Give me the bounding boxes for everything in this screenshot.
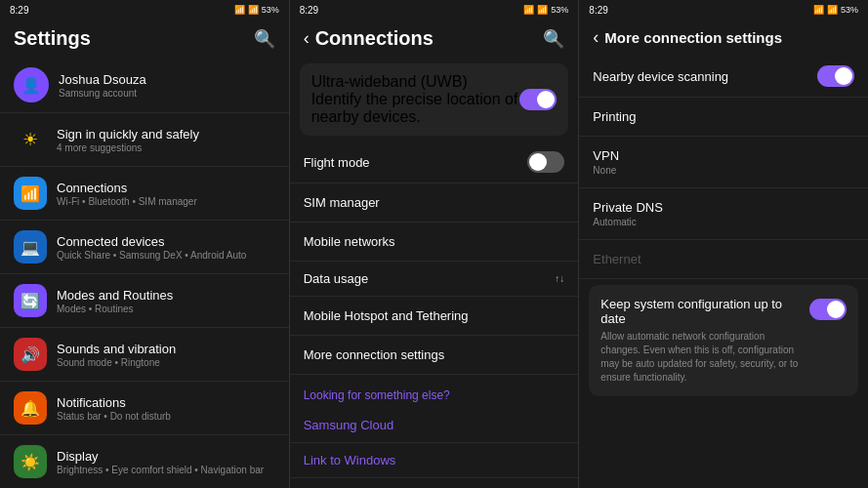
time-2: 8:29 [300,5,318,16]
sign-in-item[interactable]: ☀ Sign in quickly and safely 4 more sugg… [0,113,289,167]
status-bar-3: 8:29 📶 📶 53% [579,0,868,20]
connections-search-icon[interactable]: 🔍 [543,28,564,50]
user-subtitle: Samsung account [59,88,275,99]
settings-item-display[interactable]: ☀️ Display Brightness • Eye comfort shie… [0,435,289,488]
ethernet-item[interactable]: Ethernet [579,240,868,279]
status-bar-2: 8:29 📶 📶 53% [290,0,579,20]
sign-in-icon: ☀ [14,123,47,156]
data-usage-item[interactable]: Data usage ↑↓ [290,262,579,297]
display-title: Display [57,449,275,464]
keep-system-row: Keep system configuration up to date All… [600,297,847,385]
user-avatar: 👤 [14,67,49,102]
keep-system-item[interactable]: Keep system configuration up to date All… [589,285,858,396]
settings-search-icon[interactable]: 🔍 [254,28,275,50]
printing-item[interactable]: Printing [579,98,868,137]
sounds-subtitle: Sound mode • Ringtone [57,357,275,368]
back-icon-connections[interactable]: ‹ [304,28,310,49]
notifications-title: Notifications [57,395,275,410]
uwb-inner: Ultra-wideband (UWB) Identify the precis… [300,63,569,136]
data-usage-badge: ↑↓ [555,273,564,284]
looking-section-header: Looking for something else? [290,375,579,408]
nearby-scanning-item[interactable]: Nearby device scanning [579,56,868,98]
modes-title: Modes and Routines [57,288,275,303]
nearby-toggle-thumb [835,67,852,85]
sounds-title: Sounds and vibration [57,342,275,356]
time-1: 8:29 [10,5,28,16]
connections-header-back: ‹ Connections [304,27,434,50]
settings-item-connected-devices[interactable]: 💻 Connected devices Quick Share • Samsun… [0,221,289,274]
notifications-icon: 🔔 [14,391,47,425]
settings-header: Settings 🔍 [0,20,289,58]
connected-devices-icon: 💻 [14,230,47,264]
more-connections-item[interactable]: More connection settings [290,336,579,375]
settings-item-sounds[interactable]: 🔊 Sounds and vibration Sound mode • Ring… [0,328,289,382]
keep-system-subtitle: Allow automatic network configuration ch… [600,330,802,385]
time-3: 8:29 [589,5,607,16]
sign-in-subtitle: 4 more suggestions [57,142,275,153]
connected-devices-title: Connected devices [57,234,275,249]
more-settings-content: Nearby device scanning Printing VPN None… [579,56,868,488]
settings-title: Settings [14,27,91,50]
ethernet-title: Ethernet [593,252,854,266]
status-bar-1: 8:29 📶 📶 53% [0,0,289,20]
display-subtitle: Brightness • Eye comfort shield • Naviga… [57,465,275,475]
connections-subtitle: Wi-Fi • Bluetooth • SIM manager [57,196,275,207]
settings-content: 👤 Joshua Dsouza Samsung account ☀ Sign i… [0,58,289,488]
status-icons-2: 📶 📶 53% [523,5,568,15]
hotspot-title: Mobile Hotspot and Tethering [304,308,565,323]
modes-icon: 🔄 [14,284,47,317]
modes-subtitle: Modes • Routines [57,304,275,314]
settings-item-modes[interactable]: 🔄 Modes and Routines Modes • Routines [0,274,289,328]
uwb-row: Ultra-wideband (UWB) Identify the precis… [311,73,558,126]
notifications-subtitle: Status bar • Do not disturb [57,411,275,422]
nearby-text: Nearby device scanning [593,69,728,84]
vpn-title: VPN [593,148,854,163]
status-icons-1: 📶 📶 53% [234,5,279,15]
hotspot-item[interactable]: Mobile Hotspot and Tethering [290,297,579,336]
flight-mode-toggle[interactable] [527,151,564,173]
more-settings-header: ‹ More connection settings [579,20,868,56]
vpn-item[interactable]: VPN None [579,137,868,188]
notifications-text: Notifications Status bar • Do not distur… [57,395,275,422]
vpn-subtitle: None [593,165,854,176]
more-connections-title: More connection settings [304,347,565,362]
sounds-text: Sounds and vibration Sound mode • Ringto… [57,342,275,368]
panel-more-settings: 8:29 📶 📶 53% ‹ More connection settings … [579,0,868,488]
android-auto-link[interactable]: Android Auto [290,478,579,488]
nearby-toggle[interactable] [817,65,854,87]
back-icon-more[interactable]: ‹ [593,27,599,48]
status-icons-3: 📶 📶 53% [813,5,858,15]
printing-title: Printing [593,109,854,124]
more-settings-title: More connection settings [604,29,782,46]
connections-header: ‹ Connections 🔍 [290,20,579,58]
uwb-text: Ultra-wideband (UWB) Identify the precis… [311,73,520,126]
uwb-toggle[interactable] [519,89,557,110]
private-dns-title: Private DNS [593,200,854,215]
modes-text: Modes and Routines Modes • Routines [57,288,275,314]
settings-item-notifications[interactable]: 🔔 Notifications Status bar • Do not dist… [0,382,289,435]
uwb-item[interactable]: Ultra-wideband (UWB) Identify the precis… [300,63,569,136]
user-account-item[interactable]: 👤 Joshua Dsouza Samsung account [0,58,289,113]
keep-system-toggle[interactable] [809,299,847,320]
flight-mode-title: Flight mode [304,155,370,170]
settings-item-connections[interactable]: 📶 Connections Wi-Fi • Bluetooth • SIM ma… [0,167,289,221]
sim-manager-item[interactable]: SIM manager [290,183,579,223]
link-to-windows-link[interactable]: Link to Windows [290,443,579,478]
connections-title: Connections [315,27,434,50]
keep-system-text: Keep system configuration up to date All… [600,297,802,385]
panel-settings: 8:29 📶 📶 53% Settings 🔍 👤 Joshua Dsouza … [0,0,290,488]
private-dns-item[interactable]: Private DNS Automatic [579,188,868,240]
samsung-cloud-link[interactable]: Samsung Cloud [290,408,579,443]
connected-devices-subtitle: Quick Share • Samsung DeX • Android Auto [57,250,275,261]
private-dns-subtitle: Automatic [593,217,854,227]
flight-mode-toggle-thumb [529,153,547,171]
connections-text: Connections Wi-Fi • Bluetooth • SIM mana… [57,181,275,207]
flight-mode-item[interactable]: Flight mode [290,142,579,183]
connections-icon: 📶 [14,177,47,210]
mobile-networks-item[interactable]: Mobile networks [290,223,579,262]
connected-devices-text: Connected devices Quick Share • Samsung … [57,234,275,261]
panel-connections: 8:29 📶 📶 53% ‹ Connections 🔍 Ultra-wideb… [290,0,580,488]
display-text: Display Brightness • Eye comfort shield … [57,449,275,475]
display-icon: ☀️ [14,445,47,478]
uwb-subtitle: Identify the precise location of nearby … [311,91,520,126]
